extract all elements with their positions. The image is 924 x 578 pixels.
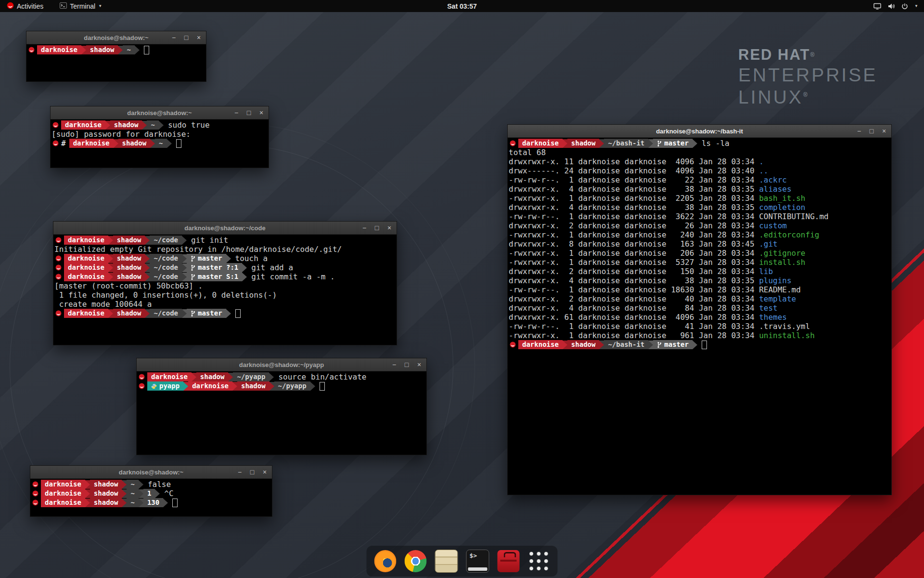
powerline-segment-user: darknoise: [518, 340, 563, 349]
output-text: drwxrwxr-x. 4 darknoise darknoise 84 Jan…: [509, 303, 759, 313]
close-button[interactable]: ×: [258, 109, 265, 116]
redhat-prompt-icon: [52, 140, 59, 146]
activities-button[interactable]: Activities: [5, 0, 45, 12]
output-line: -rwxrwxr-x. 1 darknoise darknoise 240 Ja…: [509, 230, 890, 239]
powerline-separator: [145, 263, 150, 272]
powerline-separator: [155, 489, 160, 498]
terminal-cursor: [702, 341, 707, 349]
app-menu-terminal[interactable]: Terminal ▼: [58, 0, 104, 12]
firefox-icon[interactable]: [374, 550, 397, 572]
powerline-separator: [142, 121, 147, 130]
powerline-separator: [192, 373, 196, 381]
top-bar: Activities Terminal ▼ Sat 03:57 ▼: [0, 0, 924, 12]
powerline-segment-path: ~: [127, 489, 138, 498]
window-titlebar[interactable]: darknoise@shadow:~/code − □ ×: [53, 222, 397, 235]
clock[interactable]: Sat 03:57: [447, 2, 476, 10]
minimize-button[interactable]: −: [236, 469, 243, 475]
powerline-separator: [145, 254, 150, 263]
terminal-icon[interactable]: $>: [466, 550, 489, 573]
minimize-button[interactable]: −: [361, 224, 368, 231]
file-name: template: [759, 294, 796, 303]
terminal-window-code: darknoise@shadow:~/code − □ × darknoises…: [53, 221, 397, 345]
powerline-segment-path: ~: [155, 139, 167, 148]
powerline-separator: [182, 254, 187, 263]
terminal-content[interactable]: darknoiseshadow~: [26, 44, 206, 81]
powerline-segment-git: master ?:1: [187, 263, 242, 272]
powerline-segment-path: ~/pyapp: [233, 372, 269, 381]
maximize-button[interactable]: □: [403, 361, 410, 368]
powerline-segment-host: shadow: [113, 309, 145, 318]
window-title: darknoise@shadow:~/bash-it: [656, 128, 743, 135]
output-text: -rwxrwxr-x. 1 darknoise darknoise 240 Ja…: [509, 230, 759, 239]
powerline-separator: [242, 263, 247, 272]
system-status-area[interactable]: ▼: [873, 3, 924, 10]
powerline-separator: [108, 263, 113, 272]
powerline-separator: [85, 480, 90, 489]
files-icon[interactable]: [435, 550, 458, 573]
output-text: drwxrwxr-x. 2 darknoise darknoise 40 Jan…: [509, 294, 759, 303]
terminal-content[interactable]: darknoiseshadow~sudo true[sudo] password…: [51, 119, 269, 168]
minimize-button[interactable]: −: [170, 34, 177, 41]
redhat-prompt-icon: [139, 374, 145, 380]
redhat-prompt-icon: [55, 274, 62, 280]
powerline-separator: [159, 121, 164, 130]
brand-line-enterprise: ENTERPRISE: [738, 66, 877, 84]
output-line: -rwxrwxr-x. 1 darknoise darknoise 961 Ja…: [509, 331, 890, 340]
terminal-content[interactable]: darknoiseshadow~/pyappsource bin/activat…: [137, 371, 426, 455]
chrome-icon[interactable]: [405, 550, 427, 572]
terminal-content[interactable]: darknoiseshadow~falsedarknoiseshadow~1^C…: [30, 479, 272, 516]
powerline-segment-host: shadow: [113, 236, 145, 245]
powerline-separator: [182, 263, 187, 272]
window-titlebar[interactable]: darknoise@shadow:~ − □ ×: [30, 466, 272, 479]
window-titlebar[interactable]: darknoise@shadow:~ − □ ×: [51, 106, 269, 119]
maximize-button[interactable]: □: [373, 224, 380, 231]
close-button[interactable]: ×: [881, 128, 887, 134]
powerline-separator: [563, 139, 567, 148]
powerline-separator: [145, 309, 150, 318]
powerline-separator: [563, 341, 567, 349]
app-grid-icon[interactable]: [528, 550, 550, 572]
maximize-button[interactable]: □: [183, 34, 190, 41]
window-titlebar[interactable]: darknoise@shadow:~/pyapp − □ ×: [137, 358, 426, 371]
output-line: -rw-rw-r--. 1 darknoise darknoise 18630 …: [509, 285, 890, 294]
close-button[interactable]: ×: [261, 469, 268, 475]
terminal-content[interactable]: darknoiseshadow~/codegit initInitialized…: [53, 235, 397, 345]
close-button[interactable]: ×: [386, 224, 393, 231]
redhat-prompt-icon: [510, 342, 516, 348]
file-name: .gitignore: [759, 249, 805, 258]
powerline-separator: [145, 273, 150, 281]
powerline-separator: [122, 489, 127, 498]
prompt-line: pyappdarknoiseshadow~/pyapp: [138, 381, 425, 391]
output-line: [master (root-commit) 50bcb63] .: [54, 281, 396, 290]
output-text: -rwxrwxr-x. 1 darknoise darknoise 5327 J…: [509, 258, 759, 267]
output-text: drwxrwxr-x. 11 darknoise darknoise 4096 …: [509, 157, 759, 166]
command-text: git commit -a -m .: [251, 272, 334, 281]
powerline-segment-path: ~: [147, 120, 158, 130]
output-text: drwxrwxr-x. 4 darknoise darknoise 38 Jan…: [509, 203, 759, 212]
minimize-button[interactable]: −: [233, 109, 240, 116]
maximize-button[interactable]: □: [868, 128, 875, 134]
minimize-button[interactable]: −: [391, 361, 398, 368]
close-button[interactable]: ×: [195, 34, 202, 41]
minimize-button[interactable]: −: [856, 128, 862, 134]
powerline-separator: [114, 139, 118, 148]
close-button[interactable]: ×: [416, 361, 423, 368]
output-text: drwx------. 24 darknoise darknoise 4096 …: [509, 166, 759, 175]
file-name: ..: [759, 166, 768, 175]
output-line: drwxrwxr-x. 2 darknoise darknoise 40 Jan…: [509, 294, 890, 303]
terminal-content[interactable]: darknoiseshadow~/bash-itmasterls -latota…: [508, 138, 891, 495]
window-titlebar[interactable]: darknoise@shadow:~ − □ ×: [26, 31, 206, 44]
output-text: create mode 100644 a: [54, 300, 152, 309]
prompt-line: darknoiseshadow~false: [31, 480, 271, 489]
maximize-button[interactable]: □: [245, 109, 252, 116]
window-title: darknoise@shadow:~: [84, 34, 148, 41]
toolbox-icon[interactable]: [498, 550, 520, 572]
redhat-prompt-icon: [32, 499, 38, 506]
output-line: drwxrwxr-x. 4 darknoise darknoise 38 Jan…: [509, 276, 890, 285]
maximize-button[interactable]: □: [249, 469, 256, 475]
window-titlebar[interactable]: darknoise@shadow:~/bash-it − □ ×: [508, 125, 891, 138]
powerline-segment-user: darknoise: [37, 45, 81, 54]
file-name: completion: [759, 203, 805, 212]
powerline-separator: [108, 309, 113, 318]
powerline-separator: [108, 236, 113, 245]
